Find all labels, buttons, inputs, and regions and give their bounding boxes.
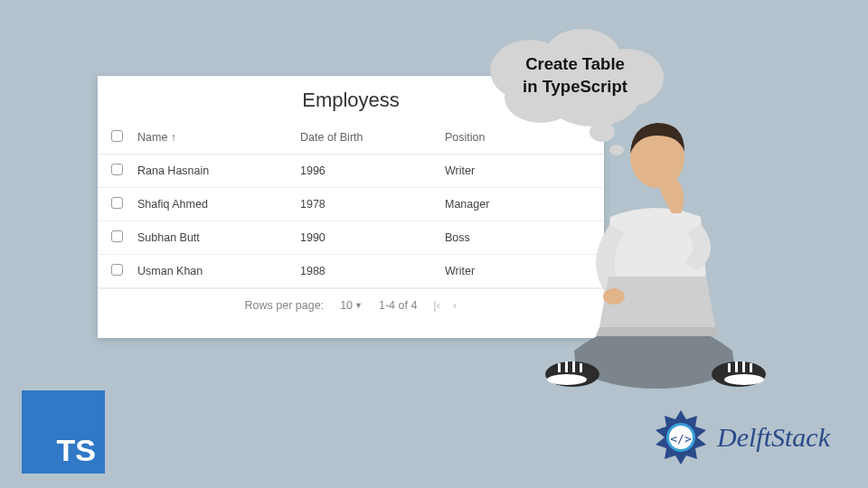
dropdown-triangle-icon: ▼ bbox=[354, 301, 363, 310]
rows-per-page-value: 10 bbox=[340, 299, 353, 312]
column-header-dob[interactable]: Date of Birth bbox=[293, 121, 438, 155]
svg-rect-16 bbox=[728, 363, 731, 372]
prev-page-button[interactable]: ‹ bbox=[453, 298, 457, 312]
delftstack-logo-label: DelftStack bbox=[717, 422, 830, 453]
svg-point-22 bbox=[603, 288, 625, 305]
cell-name: Shafiq Ahmed bbox=[130, 188, 293, 221]
svg-rect-14 bbox=[572, 361, 575, 372]
cell-name: Subhan Butt bbox=[130, 221, 293, 255]
svg-point-10 bbox=[547, 374, 587, 385]
cell-name: Rana Hasnain bbox=[130, 155, 293, 188]
checkbox-icon[interactable] bbox=[111, 230, 123, 242]
delftstack-logo: </> DelftStack bbox=[652, 408, 830, 466]
checkbox-icon bbox=[111, 130, 123, 142]
first-page-button[interactable]: |‹ bbox=[433, 298, 440, 312]
bubble-line-2: in TypeScript bbox=[523, 76, 627, 99]
sort-ascending-icon: ↑ bbox=[171, 131, 176, 144]
typescript-logo-label: TS bbox=[57, 433, 96, 468]
column-header-name[interactable]: Name ↑ bbox=[130, 121, 293, 155]
select-all-header[interactable] bbox=[98, 121, 130, 155]
svg-text:</>: </> bbox=[670, 432, 692, 446]
svg-rect-12 bbox=[558, 363, 561, 372]
checkbox-icon[interactable] bbox=[111, 164, 123, 175]
checkbox-icon[interactable] bbox=[111, 197, 123, 209]
svg-rect-15 bbox=[580, 363, 582, 372]
svg-point-21 bbox=[671, 152, 684, 170]
svg-rect-13 bbox=[565, 361, 568, 372]
cell-dob: 1978 bbox=[293, 188, 438, 221]
svg-point-11 bbox=[724, 374, 764, 385]
pagination-range: 1-4 of 4 bbox=[379, 299, 417, 312]
bubble-line-1: Create Table bbox=[523, 53, 627, 76]
delftstack-emblem-icon: </> bbox=[652, 408, 710, 466]
svg-rect-18 bbox=[742, 361, 745, 372]
column-header-name-label: Name bbox=[137, 131, 167, 144]
typescript-logo: TS bbox=[22, 390, 105, 474]
cell-dob: 1988 bbox=[293, 255, 438, 288]
svg-rect-19 bbox=[750, 363, 752, 372]
cell-name: Usman Khan bbox=[130, 255, 293, 288]
cell-dob: 1996 bbox=[293, 155, 438, 188]
rows-per-page-label: Rows per page: bbox=[245, 299, 325, 312]
svg-rect-17 bbox=[735, 361, 738, 372]
cell-dob: 1990 bbox=[293, 221, 438, 255]
thinking-person-illustration bbox=[520, 117, 791, 398]
rows-per-page-select[interactable]: 10 ▼ bbox=[340, 299, 363, 312]
checkbox-icon[interactable] bbox=[111, 264, 123, 276]
